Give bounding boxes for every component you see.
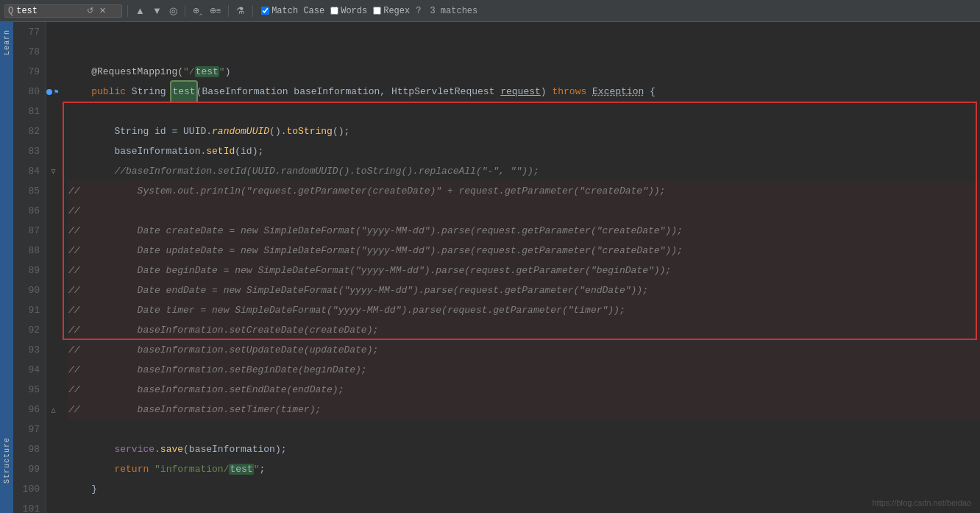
line-num-99: 99 — [13, 459, 40, 479]
filter-btn[interactable]: ⚗ — [234, 5, 247, 16]
code-line-86: // — [68, 201, 980, 221]
gutter-81 — [46, 102, 63, 121]
find-usages-btn[interactable]: ◎ — [167, 5, 180, 16]
code-line-99: return "information/test"; — [68, 459, 980, 479]
type-http: HttpServletRequest — [391, 82, 494, 102]
comment-93: // baseInformation.setUpdateDate(updateD… — [68, 340, 378, 360]
code-82-d: (); — [333, 121, 349, 141]
search-clear-btn[interactable]: ✕ — [98, 7, 107, 15]
prev-match-btn[interactable]: ▲ — [133, 5, 147, 16]
code-line-80: public String test(BaseInformation baseI… — [68, 82, 980, 102]
structure-label[interactable]: Structure — [3, 437, 11, 484]
gutter-80[interactable]: ⚑ — [46, 82, 63, 102]
gutter-99 — [46, 459, 63, 479]
gutter-97 — [46, 420, 63, 439]
comment-92: // baseInformation.setCreateDate(createD… — [68, 320, 378, 340]
plain-79: ) — [225, 62, 231, 82]
match-case-checkbox[interactable] — [261, 7, 269, 15]
comment-95: // baseInformation.setEndDate(endDate); — [68, 380, 344, 400]
gutter-84[interactable]: ▽ — [46, 161, 63, 181]
editor: 77 78 79 80 81 82 83 84 85 86 87 88 89 9… — [13, 22, 980, 513]
line-num-81: 81 — [13, 102, 40, 121]
gutter-85 — [46, 181, 63, 201]
line-num-87: 87 — [13, 221, 40, 241]
search-match-current-80: test — [171, 82, 196, 102]
code-99-a — [68, 459, 114, 479]
line-num-85: 85 — [13, 181, 40, 201]
match-case-option[interactable]: Match Case — [261, 6, 324, 16]
line-num-84: 84 — [13, 161, 40, 181]
type-base: BaseInformation — [202, 82, 288, 102]
code-line-87: // Date createDate = new SimpleDateForma… — [68, 221, 980, 241]
line-num-93: 93 — [13, 340, 40, 360]
line-num-94: 94 — [13, 360, 40, 380]
method-setid: setId — [206, 141, 235, 161]
line-num-91: 91 — [13, 300, 40, 320]
search-match-99: test — [229, 464, 253, 475]
regex-help-icon[interactable]: ? — [416, 6, 421, 16]
search-input[interactable] — [16, 6, 82, 16]
fold-84-icon[interactable]: ▽ — [51, 167, 55, 176]
line-num-90: 90 — [13, 280, 40, 300]
comment-86: // — [68, 201, 80, 221]
gutter-90 — [46, 280, 63, 300]
learn-label[interactable]: Learn — [3, 29, 11, 55]
code-line-77 — [68, 22, 980, 42]
code-80-f: request) — [494, 82, 552, 102]
code-line-85: // System.out.println("request.getParame… — [68, 181, 980, 201]
line-num-89: 89 — [13, 261, 40, 280]
breakpoint-dot — [46, 89, 52, 95]
gutter-92 — [46, 320, 63, 340]
code-80-a — [68, 82, 91, 102]
gutter-100 — [46, 479, 63, 499]
code-line-84: //baseInformation.setId(UUID.randomUUID(… — [68, 161, 980, 181]
comment-84: //baseInformation.setId(UUID.randomUUID(… — [68, 161, 539, 181]
code-line-92: // baseInformation.setCreateDate(createD… — [68, 320, 980, 340]
separator-4 — [252, 5, 253, 17]
add-cursor-btn[interactable]: ⊕‸ — [191, 6, 205, 15]
code-line-81 — [68, 102, 980, 121]
search-input-wrapper: Q ↺ ✕ — [4, 4, 122, 18]
left-sidebar: Learn Structure — [0, 22, 13, 513]
kw-return: return — [114, 459, 149, 479]
gutter: ⚑ ▽ △ — [46, 22, 63, 513]
comment-94: // baseInformation.setBeginDate(beginDat… — [68, 360, 367, 380]
gutter-94 — [46, 360, 63, 380]
words-checkbox[interactable] — [330, 7, 338, 15]
regex-checkbox[interactable] — [373, 7, 381, 15]
next-match-btn[interactable]: ▼ — [150, 5, 164, 16]
search-options: Match Case Words Regex ? — [261, 6, 421, 16]
line-num-80: 80 — [13, 82, 40, 102]
line-num-86: 86 — [13, 201, 40, 221]
watermark: https://blog.csdn.net/beidao — [872, 498, 971, 507]
line-num-77: 77 — [13, 22, 40, 42]
code-line-90: // Date endDate = new SimpleDateFormat("… — [68, 280, 980, 300]
words-label: Words — [341, 6, 367, 16]
line-num-100: 100 — [13, 479, 40, 499]
line-num-92: 92 — [13, 320, 40, 340]
words-option[interactable]: Words — [330, 6, 367, 16]
code-area[interactable]: @RequestMapping("/test") public String t… — [63, 22, 980, 513]
gutter-83 — [46, 141, 63, 161]
type-string2: String — [114, 121, 149, 141]
line-num-97: 97 — [13, 420, 40, 439]
comment-96: // baseInformation.setTimer(timer); — [68, 400, 321, 420]
code-line-95: // baseInformation.setEndDate(endDate); — [68, 380, 980, 400]
gutter-95 — [46, 380, 63, 400]
code-80-g: Exception { — [586, 82, 656, 102]
match-case-label: Match Case — [271, 6, 324, 16]
code-line-100: } — [68, 479, 980, 499]
regex-option[interactable]: Regex — [373, 6, 410, 16]
code-line-89: // Date beginDate = new SimpleDateFormat… — [68, 261, 980, 280]
code-98-c: (baseInformation); — [183, 439, 286, 459]
gutter-96[interactable]: △ — [46, 400, 63, 420]
comment-85: // System.out.println("request.getParame… — [68, 181, 665, 201]
search-history-btn[interactable]: ↺ — [85, 7, 95, 15]
multiline-btn[interactable]: ⊕≡ — [207, 6, 223, 15]
code-line-96: // baseInformation.setTimer(timer); — [68, 400, 980, 420]
line-num-101: 101 — [13, 499, 40, 513]
code-line-97 — [68, 420, 980, 439]
fold-96-icon[interactable]: △ — [51, 406, 55, 414]
code-98-b: . — [155, 439, 160, 459]
code-98-a — [68, 439, 114, 459]
